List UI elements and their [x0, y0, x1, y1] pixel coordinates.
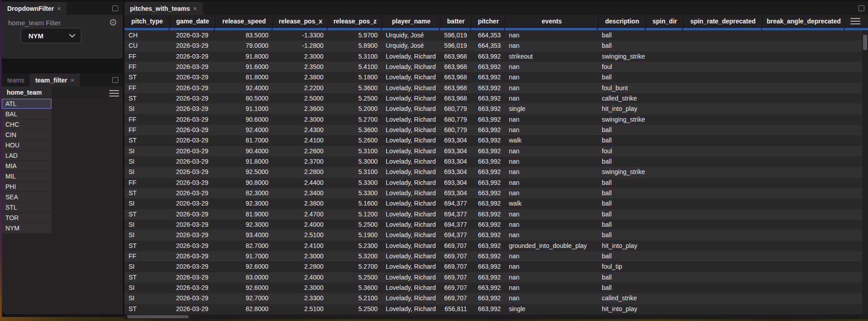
- table-row[interactable]: SI2026-03-2992.70002.33005.2100Lovelady,…: [125, 293, 862, 303]
- column-header[interactable]: batter: [440, 15, 471, 28]
- column-header[interactable]: spin_rate_deprecated: [683, 15, 762, 28]
- column-header[interactable]: release_speed: [215, 15, 272, 28]
- table-row[interactable]: ST2026-03-2981.80002.38005.1800Lovelady,…: [125, 72, 862, 83]
- table-row[interactable]: SI2026-03-2992.30002.40005.2500Lovelady,…: [125, 220, 862, 230]
- team-row[interactable]: PHI: [2, 182, 51, 192]
- table-row[interactable]: ST2026-03-2983.00002.40005.2500Lovelady,…: [125, 272, 862, 283]
- table-cell: 91.8000: [215, 51, 272, 62]
- table-cell: ball: [598, 283, 646, 293]
- team-filter-body: home_team ATLBALCHCCINHOULADMIAMILPHISEA…: [2, 87, 123, 314]
- table-cell: 5.2500: [328, 93, 382, 104]
- table-cell: hit_into_play: [598, 304, 646, 314]
- team-row[interactable]: TOR: [2, 213, 51, 223]
- table-cell: [683, 83, 762, 93]
- table-row[interactable]: FF2026-03-2990.80002.44005.3300Lovelady,…: [125, 178, 862, 188]
- column-header[interactable]: events: [505, 15, 598, 28]
- table-cell: Urquidy, José: [382, 41, 440, 51]
- tab-teams[interactable]: teams: [2, 73, 30, 87]
- home-team-dropdown[interactable]: NYM: [21, 28, 81, 43]
- table-row[interactable]: SI2026-03-2992.60002.30005.3600Lovelady,…: [125, 283, 862, 293]
- table-cell: foul_bunt: [598, 83, 646, 93]
- table-row[interactable]: FF2026-03-2991.80002.30005.3100Lovelady,…: [125, 51, 862, 62]
- team-row[interactable]: MIA: [2, 161, 51, 171]
- table-cell: FF: [125, 115, 170, 125]
- table-row[interactable]: CH2026-03-2983.5000-1.33005.9700Urquidy,…: [125, 30, 862, 41]
- column-header[interactable]: break_angle_deprecated: [762, 15, 845, 28]
- tab-pitches-with-teams[interactable]: pitches_with_teams ×: [125, 2, 203, 15]
- table-row[interactable]: SI2026-03-2991.80002.37005.3000Lovelady,…: [125, 156, 862, 167]
- column-header[interactable]: pitch_type: [125, 15, 170, 28]
- column-header-home-team[interactable]: home_team: [2, 87, 51, 98]
- table-row[interactable]: SI2026-03-2991.10002.36005.2000Lovelady,…: [125, 104, 862, 114]
- table-row[interactable]: FF2026-03-2991.60002.35005.4100Lovelady,…: [125, 62, 862, 72]
- maximize-icon[interactable]: [112, 77, 118, 83]
- table-cell: Lovelady, Richard: [382, 135, 440, 146]
- team-row[interactable]: HOU: [2, 140, 51, 150]
- table-cell: [683, 283, 762, 293]
- table-row[interactable]: ST2026-03-2982.70002.41005.2300Lovelady,…: [125, 241, 862, 251]
- tab-dropdownfilter[interactable]: DropdownFilter ×: [2, 2, 66, 15]
- horizontal-scrollbar-thumb[interactable]: [127, 315, 189, 318]
- table-cell: single: [505, 104, 598, 114]
- table-row[interactable]: SI2026-03-2992.60002.28005.2700Lovelady,…: [125, 261, 862, 272]
- gear-icon[interactable]: ⚙: [109, 18, 117, 27]
- column-header[interactable]: pitcher: [471, 15, 505, 28]
- close-icon[interactable]: ×: [193, 5, 197, 12]
- column-header[interactable]: release_pos_z: [328, 15, 382, 28]
- table-row[interactable]: FF2026-03-2992.40002.43005.3600Lovelady,…: [125, 125, 862, 135]
- table-row[interactable]: SI2026-03-2992.50002.28005.3100Lovelady,…: [125, 167, 862, 177]
- team-row[interactable]: NYM: [2, 223, 51, 233]
- team-row[interactable]: MIL: [2, 171, 51, 181]
- table-cell: 5.3100: [328, 51, 382, 62]
- team-list: ATLBALCHCCINHOULADMIAMILPHISEASTLTORNYM: [2, 98, 123, 233]
- table-cell: swinging_strike: [598, 51, 646, 62]
- tab-team-filter[interactable]: team_filter ×: [30, 73, 80, 87]
- team-row[interactable]: STL: [2, 202, 51, 212]
- table-cell: 663,992: [471, 178, 505, 188]
- table-row[interactable]: SI2026-03-2992.30002.38005.1600Lovelady,…: [125, 198, 862, 209]
- table-row[interactable]: ST2026-03-2982.80002.51005.2500Lovelady,…: [125, 304, 862, 314]
- vertical-scrollbar[interactable]: [862, 15, 868, 314]
- table-cell: ball: [598, 135, 646, 146]
- table-cell: 5.2600: [328, 135, 382, 146]
- table-row[interactable]: ST2026-03-2982.30002.34005.3300Lovelady,…: [125, 188, 862, 198]
- table-cell: SI: [125, 198, 170, 209]
- table-cell: [646, 283, 683, 293]
- table-row[interactable]: CU2026-03-2979.0000-1.28005.8900Urquidy,…: [125, 41, 862, 51]
- horizontal-scrollbar[interactable]: [125, 314, 868, 319]
- maximize-icon[interactable]: [859, 5, 864, 11]
- close-icon[interactable]: ×: [57, 5, 61, 12]
- menu-icon[interactable]: [109, 90, 119, 96]
- table-row[interactable]: FF2026-03-2992.40002.22005.3600Lovelady,…: [125, 83, 862, 93]
- table-row[interactable]: SI2026-03-2993.40002.51005.1900Lovelady,…: [125, 230, 862, 240]
- table-cell: [762, 83, 845, 93]
- column-header[interactable]: release_pos_x: [272, 15, 328, 28]
- table-row[interactable]: ST2026-03-2980.50002.50005.2500Lovelady,…: [125, 93, 862, 104]
- table-cell: 663,992: [471, 62, 505, 72]
- table-row[interactable]: SI2026-03-2990.40002.26005.3100Lovelady,…: [125, 146, 862, 156]
- team-row[interactable]: LAD: [2, 151, 51, 160]
- table-cell: 93.4000: [215, 230, 272, 240]
- table-row[interactable]: FF2026-03-2990.60002.30005.2700Lovelady,…: [125, 115, 862, 125]
- table-cell: 663,992: [471, 304, 505, 314]
- team-row[interactable]: ATL: [2, 99, 51, 109]
- close-icon[interactable]: ×: [70, 77, 74, 83]
- table-cell: 693,304: [440, 135, 471, 146]
- table-row[interactable]: ST2026-03-2981.70002.41005.2600Lovelady,…: [125, 135, 862, 146]
- table-cell: [646, 220, 683, 230]
- table-row[interactable]: ST2026-03-2981.90002.47005.1200Lovelady,…: [125, 209, 862, 220]
- table-cell: 92.6000: [215, 261, 272, 272]
- column-header[interactable]: game_date: [170, 15, 215, 28]
- team-row[interactable]: CHC: [2, 119, 51, 129]
- table-cell: FF: [125, 83, 170, 93]
- vertical-scrollbar-thumb[interactable]: [863, 35, 867, 50]
- maximize-icon[interactable]: [112, 5, 118, 11]
- column-header[interactable]: spin_dir: [646, 15, 683, 28]
- team-row[interactable]: BAL: [2, 109, 51, 119]
- team-row[interactable]: CIN: [2, 130, 51, 140]
- column-header[interactable]: player_name: [382, 15, 440, 28]
- team-row[interactable]: SEA: [2, 192, 51, 202]
- menu-icon[interactable]: [850, 18, 860, 24]
- table-row[interactable]: FF2026-03-2991.70002.30005.3200Lovelady,…: [125, 251, 862, 261]
- column-header[interactable]: description: [598, 15, 646, 28]
